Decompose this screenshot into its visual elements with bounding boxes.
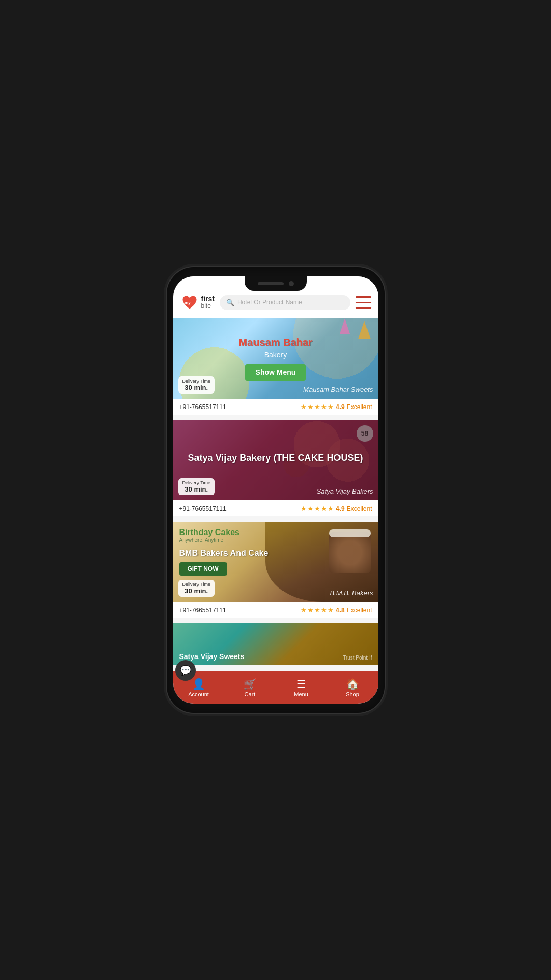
nav-label-account: Account bbox=[188, 691, 209, 697]
restaurant-card-mausam-bahar: Mausam Bahar Bakery Show Menu Delivery T… bbox=[173, 318, 378, 415]
card-3-title: BMB Bakers And Cake bbox=[179, 549, 269, 558]
hamburger-line-1 bbox=[356, 296, 371, 298]
svg-text:my: my bbox=[185, 300, 191, 305]
card-footer-1: +91-7665517111 ★ ★ ★ ★ ★ 4.9 Excellent bbox=[173, 399, 378, 415]
rating-value-2: 4.9 bbox=[336, 505, 345, 512]
nav-item-shop[interactable]: 🏠 Shop bbox=[327, 671, 378, 704]
star-3: ★ bbox=[314, 403, 320, 411]
restaurant-card-satya-vijay: 58 Satya Vijay Bakery (THE CAKE HOUSE) D… bbox=[173, 420, 378, 516]
bday-subtitle: Anywhere, Anytime bbox=[179, 537, 240, 543]
rating-value-1: 4.9 bbox=[336, 403, 345, 411]
hamburger-line-2 bbox=[356, 302, 371, 303]
phone-2: +91-7665517111 bbox=[179, 505, 227, 512]
star-4: ★ bbox=[321, 403, 327, 411]
shop-name-2: Satya Vijay Bakers bbox=[317, 487, 373, 495]
chat-button[interactable]: 💬 bbox=[175, 660, 196, 681]
card-4-title: Satya Vijay Sweets bbox=[179, 652, 245, 661]
card-1-title: Mausam Bahar bbox=[238, 337, 312, 348]
delivery-time-2: 30 min. bbox=[182, 485, 211, 493]
stars-1: ★ ★ ★ ★ ★ bbox=[301, 403, 334, 411]
rating-3: ★ ★ ★ ★ ★ 4.8 Excellent bbox=[301, 606, 372, 614]
restaurant-card-bmb: Birthday Cakes Anywhere, Anytime BMB Bak… bbox=[173, 522, 378, 618]
phone-1: +91-7665517111 bbox=[179, 403, 227, 411]
card-footer-2: +91-7665517111 ★ ★ ★ ★ ★ 4.9 Excellent bbox=[173, 500, 378, 516]
rating-2: ★ ★ ★ ★ ★ 4.9 Excellent bbox=[301, 505, 372, 512]
search-bar[interactable]: 🔍 Hotel Or Product Name bbox=[220, 295, 350, 310]
banner-satya-vijay-sweets: Satya Vijay Sweets Trust Point If bbox=[173, 623, 378, 665]
banner-mausam-bahar: Mausam Bahar Bakery Show Menu Delivery T… bbox=[173, 318, 378, 399]
search-icon: 🔍 bbox=[226, 299, 234, 306]
star-2: ★ bbox=[307, 403, 314, 411]
trust-badge: Trust Point If bbox=[343, 655, 372, 661]
logo-heart-icon: my bbox=[180, 293, 199, 312]
hamburger-button[interactable] bbox=[356, 296, 371, 309]
phone-screen: my first bite 🔍 Hotel Or Product Name bbox=[173, 276, 378, 704]
logo-bite: bite bbox=[201, 303, 215, 310]
nav-label-cart: Cart bbox=[245, 691, 256, 697]
nav-item-menu[interactable]: ☰ Menu bbox=[276, 671, 327, 704]
nav-label-menu: Menu bbox=[294, 691, 308, 697]
phone-3: +91-7665517111 bbox=[179, 607, 227, 614]
shop-icon: 🏠 bbox=[346, 678, 359, 690]
show-menu-button[interactable]: Show Menu bbox=[245, 364, 306, 381]
rating-label-3: Excellent bbox=[347, 607, 372, 614]
phone-notch bbox=[245, 276, 307, 291]
bottom-nav: 👤 Account 🛒 Cart ☰ Menu 🏠 Shop bbox=[173, 671, 378, 704]
logo: my first bite bbox=[180, 293, 215, 312]
gift-now-button[interactable]: GIFT NOW bbox=[179, 562, 227, 576]
nav-label-shop: Shop bbox=[346, 691, 359, 697]
restaurant-card-satya-vijay-sweets: Satya Vijay Sweets Trust Point If bbox=[173, 623, 378, 665]
delivery-label-3: Delivery Time bbox=[182, 582, 211, 587]
logo-text: first bite bbox=[201, 295, 215, 310]
delivery-badge-1: Delivery Time 30 min. bbox=[178, 376, 215, 394]
rating-1: ★ ★ ★ ★ ★ 4.9 Excellent bbox=[301, 403, 372, 411]
rating-label-1: Excellent bbox=[347, 403, 372, 411]
scroll-content[interactable]: Mausam Bahar Bakery Show Menu Delivery T… bbox=[173, 318, 378, 671]
delivery-time-3: 30 min. bbox=[182, 587, 211, 595]
delivery-time-1: 30 min. bbox=[182, 384, 211, 391]
bday-title: Birthday Cakes bbox=[179, 528, 240, 537]
star-1: ★ bbox=[301, 403, 307, 411]
shop-name-1: Mausam Bahar Sweets bbox=[303, 386, 373, 394]
card-footer-3: +91-7665517111 ★ ★ ★ ★ ★ 4.8 Excellent bbox=[173, 602, 378, 618]
stars-2: ★ ★ ★ ★ ★ bbox=[301, 505, 334, 512]
stars-3: ★ ★ ★ ★ ★ bbox=[301, 606, 334, 614]
phone-frame: my first bite 🔍 Hotel Or Product Name bbox=[167, 267, 385, 713]
card-1-subtitle: Bakery bbox=[264, 351, 287, 359]
shop-name-3: B.M.B. Bakers bbox=[330, 589, 373, 597]
banner-bmb: Birthday Cakes Anywhere, Anytime BMB Bak… bbox=[173, 522, 378, 602]
notch-speaker bbox=[258, 282, 284, 285]
card-2-title: Satya Vijay Bakery (THE CAKE HOUSE) bbox=[188, 453, 363, 464]
account-icon: 👤 bbox=[192, 678, 205, 690]
star-5: ★ bbox=[328, 403, 334, 411]
logo-first: first bbox=[201, 295, 215, 303]
rating-value-3: 4.8 bbox=[336, 607, 345, 614]
notch-camera bbox=[289, 281, 294, 286]
search-placeholder-text: Hotel Or Product Name bbox=[237, 299, 302, 306]
delivery-label-1: Delivery Time bbox=[182, 379, 211, 384]
menu-nav-icon: ☰ bbox=[296, 678, 306, 690]
rating-label-2: Excellent bbox=[347, 505, 372, 512]
chat-icon: 💬 bbox=[180, 665, 191, 676]
nav-item-cart[interactable]: 🛒 Cart bbox=[224, 671, 276, 704]
birthday-cakes-text: Birthday Cakes Anywhere, Anytime bbox=[179, 528, 240, 543]
banner-satya-vijay: 58 Satya Vijay Bakery (THE CAKE HOUSE) D… bbox=[173, 420, 378, 500]
cart-icon: 🛒 bbox=[244, 678, 257, 690]
hamburger-line-3 bbox=[356, 307, 371, 309]
delivery-badge-2: Delivery Time 30 min. bbox=[178, 478, 215, 495]
delivery-badge-3: Delivery Time 30 min. bbox=[178, 580, 215, 597]
delivery-label-2: Delivery Time bbox=[182, 480, 211, 485]
